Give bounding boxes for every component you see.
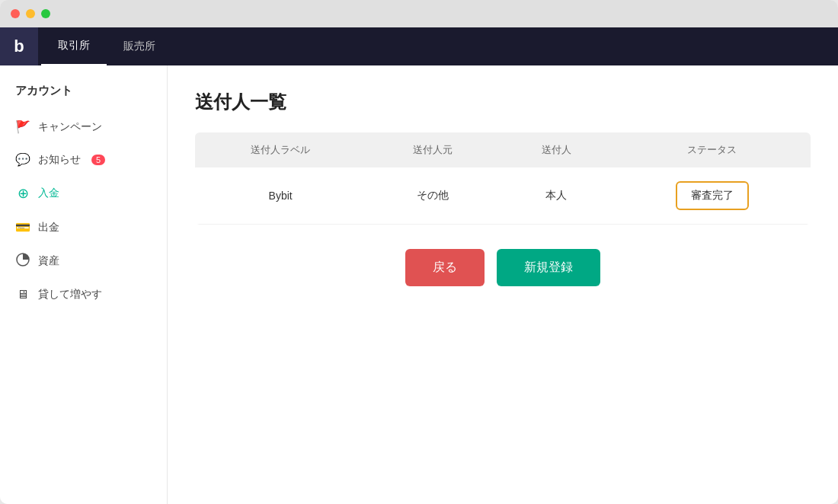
sidebar-item-assets[interactable]: 資産 [0,244,167,279]
col-header-source: 送付人元 [366,132,499,167]
message-icon: 💬 [15,152,30,167]
sidebar-label-notice: お知らせ [38,153,81,167]
lend-icon: 🖥 [15,288,30,301]
sidebar-label-campaign: キャンペーン [38,120,102,134]
cell-source: その他 [366,167,499,225]
nav-tab-exchange[interactable]: 取引所 [41,27,107,65]
cell-sender: 本人 [499,167,613,225]
col-header-label: 送付人ラベル [195,132,366,167]
plus-circle-icon: ⊕ [15,185,30,202]
sidebar-item-withdraw[interactable]: 💳 出金 [0,211,167,244]
sidebar-title: アカウント [0,84,167,110]
withdraw-icon: 💳 [15,220,30,234]
sidebar-label-lend: 貸して増やす [38,288,102,301]
sidebar: アカウント 🚩 キャンペーン 💬 お知らせ 5 ⊕ 入金 💳 出金 [0,65,168,504]
sidebar-label-withdraw: 出金 [38,221,59,234]
body-layout: アカウント 🚩 キャンペーン 💬 お知らせ 5 ⊕ 入金 💳 出金 [0,65,838,504]
cell-label: Bybit [195,167,366,225]
nav-tabs: 取引所 販売所 [41,27,172,65]
logo-text: b [14,37,24,56]
sidebar-item-notice[interactable]: 💬 お知らせ 5 [0,143,167,176]
main-content: 送付人一覧 送付人ラベル 送付人元 送付人 ステータス Bybit その他 本人 [168,65,838,504]
nav-logo: b [0,27,38,65]
maximize-button[interactable] [41,9,50,18]
button-row: 戻る 新規登録 [195,249,811,286]
sidebar-item-campaign[interactable]: 🚩 キャンペーン [0,110,167,143]
minimize-button[interactable] [26,9,35,18]
cell-status: 審査完了 [613,167,811,225]
sidebar-label-assets: 資産 [38,254,59,268]
notice-badge: 5 [91,155,105,165]
col-header-status: ステータス [613,132,811,167]
pie-chart-icon [15,253,30,270]
close-button[interactable] [11,9,20,18]
app-container: b 取引所 販売所 アカウント 🚩 キャンペーン 💬 お知らせ 5 [0,27,838,504]
top-nav: b 取引所 販売所 [0,27,838,65]
register-button[interactable]: 新規登録 [497,249,600,286]
page-title: 送付人一覧 [195,90,811,114]
flag-icon: 🚩 [15,120,30,134]
table-header-row: 送付人ラベル 送付人元 送付人 ステータス [195,132,811,167]
sidebar-item-deposit[interactable]: ⊕ 入金 [0,176,167,211]
table-row: Bybit その他 本人 審査完了 [195,167,811,225]
back-button[interactable]: 戻る [405,249,485,286]
nav-tab-otc[interactable]: 販売所 [107,27,172,65]
window-chrome [0,0,838,27]
sidebar-item-lend[interactable]: 🖥 貸して増やす [0,279,167,311]
col-header-sender: 送付人 [499,132,613,167]
sender-table: 送付人ラベル 送付人元 送付人 ステータス Bybit その他 本人 審査完了 [195,132,811,225]
status-badge: 審査完了 [676,181,749,210]
sidebar-label-deposit: 入金 [38,187,59,200]
